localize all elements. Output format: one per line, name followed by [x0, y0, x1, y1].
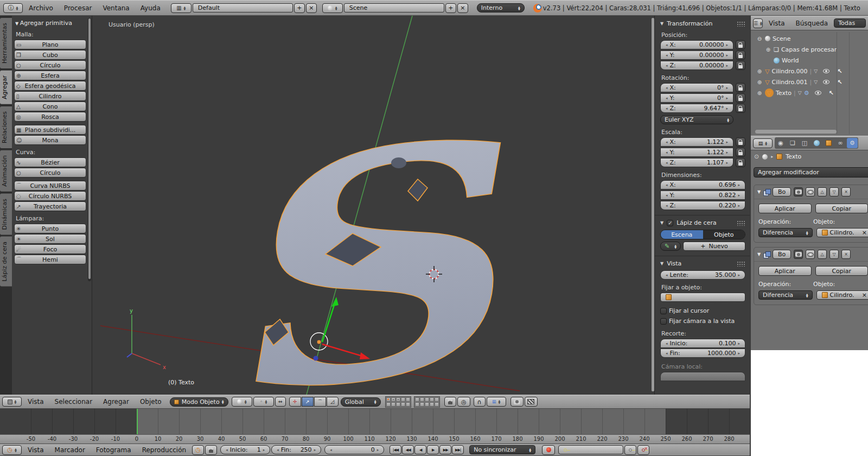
play-reverse-button[interactable]: ◀: [414, 445, 426, 454]
modifier-move-down-button[interactable]: ▽: [829, 187, 839, 197]
expand-icon[interactable]: ⊕: [765, 47, 771, 53]
modifier-move-up-button[interactable]: △: [818, 187, 827, 197]
tl-menu-fotograma[interactable]: Fotograma: [91, 446, 136, 454]
tl-menu-reproduccion[interactable]: Reproducción: [137, 446, 192, 454]
field-rotaci-n-y[interactable]: ◂Y:0°▸: [660, 93, 733, 103]
tool-shelf-scrollbar[interactable]: [88, 18, 91, 281]
add-sol-button[interactable]: ☀Sol: [14, 234, 86, 244]
play-button[interactable]: ▶: [427, 445, 439, 454]
add-b-zier-button[interactable]: ∿Bézier: [14, 157, 86, 167]
pivot-select[interactable]: ◦: [253, 397, 274, 407]
field-posici-n-x[interactable]: ◂X:0.00000▸: [660, 40, 733, 49]
operation-select[interactable]: Diferencia: [758, 290, 813, 300]
pivot-align-toggle[interactable]: ⇔: [275, 397, 286, 407]
field-escala-x[interactable]: ◂X:1.122▸: [660, 137, 733, 147]
selectable-cursor-icon[interactable]: ↖: [837, 79, 842, 86]
modifier-render-toggle[interactable]: [794, 187, 803, 197]
menu-procesar[interactable]: Procesar: [59, 4, 97, 12]
layer-cell-15[interactable]: [415, 402, 419, 407]
modifier-delete-button[interactable]: ×: [841, 250, 851, 259]
visibility-eye-icon[interactable]: [823, 69, 829, 73]
rotation-mode-select[interactable]: Euler XYZ: [660, 115, 733, 124]
add-plano-button[interactable]: ▭Plano: [14, 40, 86, 49]
render-opengl-button[interactable]: [510, 397, 524, 407]
snap-element-select[interactable]: ⊞: [487, 397, 506, 407]
add-cilindro-button[interactable]: ▯Cilindro: [14, 91, 86, 101]
collapse-triangle-icon[interactable]: ▼: [757, 189, 761, 194]
add-scene-button[interactable]: +: [445, 3, 456, 13]
layer-cell-9[interactable]: [406, 402, 410, 407]
layer-cell-4[interactable]: [406, 397, 410, 402]
layer-cell-14[interactable]: [435, 397, 439, 402]
add-rosca-button[interactable]: ◎Rosca: [14, 112, 86, 122]
lens-field[interactable]: ◂Lente: 35.000▸: [660, 270, 745, 280]
next-keyframe-button[interactable]: ▶▶: [439, 445, 451, 454]
timeline-track[interactable]: [0, 409, 750, 434]
editor-type-3dview-button[interactable]: [2, 397, 22, 407]
manipulator-z-handle[interactable]: [314, 356, 318, 361]
gpencil-checkbox[interactable]: [667, 220, 673, 226]
add-punto-button[interactable]: ✳Punto: [14, 224, 86, 233]
prev-keyframe-button[interactable]: ◀◀: [402, 445, 414, 454]
orientation-select[interactable]: Global: [341, 397, 381, 407]
layer-cell-3[interactable]: [401, 397, 405, 402]
scene-icon-button[interactable]: [322, 3, 343, 13]
modifier-render-toggle[interactable]: [794, 250, 803, 259]
layer-cell-7[interactable]: [396, 402, 400, 407]
outliner-row-scene[interactable]: ⊖Scene: [753, 33, 868, 44]
keying-set-field[interactable]: [558, 445, 623, 454]
lock-rotaci-n-y[interactable]: [736, 93, 745, 103]
delete-keyframe-button[interactable]: ×: [637, 445, 649, 455]
delete-layout-button[interactable]: ×: [306, 3, 317, 13]
add-foco-button[interactable]: ☄Foco: [14, 244, 86, 254]
lock-rotaci-n-x[interactable]: [736, 83, 745, 92]
lock-posici-n-x[interactable]: [736, 40, 745, 49]
clear-object-icon[interactable]: ×: [862, 229, 867, 236]
layer-cell-1[interactable]: [391, 397, 395, 402]
tl-menu-vista[interactable]: Vista: [23, 446, 49, 454]
editor-type-outliner-button[interactable]: ☰: [753, 18, 763, 28]
lock-escala-z[interactable]: [736, 158, 745, 167]
add-esfera-button[interactable]: ⊕Esfera: [14, 71, 86, 80]
screen-layout-field[interactable]: Default: [193, 3, 293, 12]
shading-select[interactable]: [232, 397, 252, 407]
add-trayectoria-button[interactable]: ↗Trayectoria: [14, 201, 86, 211]
panel-agregar-primitiva[interactable]: ▼ Agregar primitiva: [15, 20, 86, 27]
layer-cell-19[interactable]: [435, 402, 439, 407]
field-dimensiones-y[interactable]: ◂Y:0.822▸: [660, 191, 745, 200]
viewport-3d[interactable]: S y x Usuario (persp) (0) Texto: [92, 16, 654, 395]
add-plano-subdividi-button[interactable]: ▦Plano subdividi...: [14, 125, 86, 135]
scene-name-field[interactable]: Scene: [344, 3, 444, 12]
field-escala-z[interactable]: ◂Z:1.107▸: [660, 158, 733, 167]
outliner-filter-select[interactable]: Todas: [834, 18, 866, 28]
outliner-row-world[interactable]: World: [753, 55, 868, 66]
modifier-name-field[interactable]: Bo: [773, 250, 791, 259]
scene-lock-toggle[interactable]: [444, 397, 456, 407]
text-object-s[interactable]: S: [185, 71, 541, 395]
visibility-eye-icon[interactable]: [823, 80, 829, 84]
lock-rotaci-n-z[interactable]: [736, 104, 745, 113]
selectable-cursor-icon[interactable]: ↖: [837, 68, 842, 75]
expand-icon[interactable]: ⊕: [756, 79, 763, 85]
operation-select[interactable]: Diferencia: [758, 228, 813, 237]
add-c-rculo-nurbs-button[interactable]: ◌Círculo NURBS: [14, 191, 86, 201]
menu-ayuda[interactable]: Ayuda: [136, 4, 165, 12]
outliner-menu-busqueda[interactable]: Búsqueda: [791, 20, 833, 27]
gpencil-datablock-select[interactable]: ✎: [660, 242, 681, 251]
layer-cell-13[interactable]: [430, 397, 434, 402]
gpencil-tab-escena[interactable]: Escena: [661, 230, 703, 239]
clear-object-icon[interactable]: ×: [862, 292, 867, 299]
layer-cell-6[interactable]: [391, 402, 395, 407]
field-posici-n-y[interactable]: ◂Y:0.00000▸: [660, 50, 733, 60]
layer-cell-11[interactable]: [420, 397, 424, 402]
field-rotaci-n-z[interactable]: ◂Z:9.647°▸: [660, 104, 733, 113]
panel-gpencil-header[interactable]: ▼ Lápiz de cera: [660, 219, 745, 226]
v3-menu-seleccionar[interactable]: Seleccionar: [50, 398, 97, 406]
add-mona-button[interactable]: ☺Mona: [14, 135, 86, 145]
modifier-copy-button[interactable]: Copiar: [815, 204, 868, 213]
current-frame-field[interactable]: ◂0▸: [324, 445, 384, 454]
v3-menu-agregar[interactable]: Agregar: [98, 398, 134, 406]
layer-cell-12[interactable]: [425, 397, 429, 402]
render-opengl-anim-button[interactable]: [525, 397, 538, 407]
screen-layout-icon-button[interactable]: ▥: [171, 3, 192, 13]
